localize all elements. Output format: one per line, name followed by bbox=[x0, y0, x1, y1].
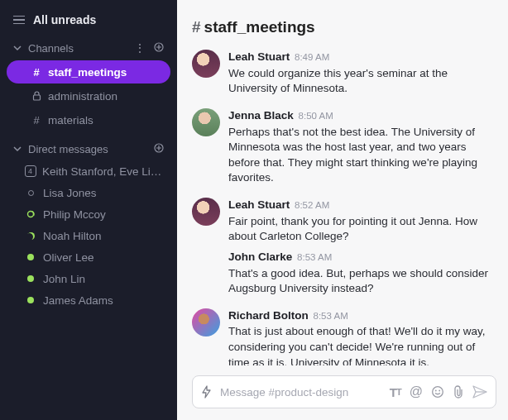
hash-icon: # bbox=[28, 114, 45, 126]
channel-label: staff_meetings bbox=[48, 66, 127, 79]
message-composer[interactable]: TT @ bbox=[192, 375, 496, 408]
hash-icon: # bbox=[28, 66, 45, 79]
message-text: Perhaps that's not the best idea. The Un… bbox=[228, 125, 493, 187]
svg-point-4 bbox=[433, 387, 443, 398]
more-icon[interactable]: ⋮ bbox=[134, 41, 146, 55]
presence-icon bbox=[23, 275, 38, 282]
presence-icon bbox=[23, 210, 38, 218]
message-header: Leah Stuart 8:49 AM bbox=[228, 50, 493, 65]
avatar bbox=[192, 108, 220, 136]
dm-name: Oliver Lee bbox=[43, 251, 94, 264]
message-row: Leah Stuart 8:49 AMWe could organize thi… bbox=[192, 50, 493, 97]
svg-rect-1 bbox=[33, 95, 40, 100]
dm-name: James Adams bbox=[43, 294, 113, 307]
dm-name: Keith Stanford, Eve Libe... bbox=[42, 165, 165, 178]
message-body: John Clarke 8:53 AMThat's a good idea. B… bbox=[228, 250, 493, 297]
message-author: Leah Stuart bbox=[228, 198, 290, 211]
message-body: Leah Stuart 8:49 AMWe could organize thi… bbox=[228, 50, 493, 97]
hash-icon: # bbox=[192, 18, 201, 36]
sidebar-dm-item[interactable]: Noah Hilton bbox=[0, 225, 177, 246]
sidebar-dm-item[interactable]: Lisa Jones bbox=[0, 182, 177, 203]
sidebar-dm-item[interactable]: John Lin bbox=[0, 268, 177, 289]
channels-section-header[interactable]: Channels ⋮ bbox=[0, 36, 177, 60]
channels-label: Channels bbox=[28, 42, 126, 55]
send-icon[interactable] bbox=[472, 385, 487, 399]
message-text: That is just about enough of that! We'll… bbox=[228, 324, 493, 365]
channel-label: administration bbox=[48, 90, 117, 103]
message-row: Leah Stuart 8:52 AMFair point, thank you… bbox=[192, 198, 493, 245]
message-header: Leah Stuart 8:52 AM bbox=[228, 198, 493, 213]
message-time: 8:49 AM bbox=[295, 52, 329, 62]
message-header: John Clarke 8:53 AM bbox=[228, 250, 493, 265]
message-body: Jenna Black 8:50 AMPerhaps that's not th… bbox=[228, 108, 493, 186]
channel-label: materials bbox=[48, 114, 93, 126]
message-text: Fair point, thank you for pointing it ou… bbox=[228, 214, 493, 245]
svg-point-6 bbox=[439, 390, 440, 392]
message-author: Jenna Black bbox=[228, 109, 294, 122]
dm-name: Philip Mccoy bbox=[43, 208, 106, 221]
mention-icon[interactable]: @ bbox=[410, 384, 423, 399]
message-time: 8:53 AM bbox=[297, 252, 332, 262]
all-unreads-header[interactable]: All unreads bbox=[0, 5, 177, 36]
chevron-down-icon bbox=[13, 42, 22, 55]
presence-icon bbox=[23, 254, 38, 260]
sidebar-channel-staff_meetings[interactable]: #staff_meetings bbox=[7, 60, 170, 84]
chevron-down-icon bbox=[13, 143, 22, 155]
message-time: 8:53 AM bbox=[314, 311, 348, 321]
presence-icon bbox=[23, 190, 38, 196]
channel-name: staff_meetings bbox=[204, 18, 315, 36]
dms-section-header[interactable]: Direct messages bbox=[0, 137, 177, 160]
main-panel: # staff_meetings Leah Stuart 8:49 AMWe c… bbox=[177, 0, 508, 420]
emoji-icon[interactable] bbox=[431, 385, 444, 399]
sidebar-dm-item[interactable]: 4Keith Stanford, Eve Libe... bbox=[0, 160, 177, 182]
sidebar-dm-item[interactable]: James Adams bbox=[0, 289, 177, 311]
sidebar-dm-item[interactable]: Philip Mccoy bbox=[0, 203, 177, 225]
add-dm-icon[interactable] bbox=[154, 142, 164, 155]
avatar bbox=[192, 198, 220, 226]
avatar bbox=[192, 308, 220, 336]
formatting-icon[interactable]: TT bbox=[390, 385, 401, 399]
dm-name: Lisa Jones bbox=[43, 187, 97, 199]
message-text: We could organize this year's seminar at… bbox=[228, 66, 493, 97]
dm-name: Noah Hilton bbox=[43, 230, 102, 242]
message-row: John Clarke 8:53 AMThat's a good idea. B… bbox=[192, 250, 493, 297]
message-input[interactable] bbox=[220, 386, 381, 399]
lightning-icon[interactable] bbox=[201, 385, 212, 399]
dm-name: John Lin bbox=[43, 273, 85, 285]
presence-icon bbox=[23, 297, 38, 303]
svg-point-5 bbox=[435, 390, 437, 392]
add-channel-icon[interactable] bbox=[154, 41, 164, 55]
sidebar: All unreads Channels ⋮ #staff_meetingsad… bbox=[0, 0, 177, 420]
message-list: Leah Stuart 8:49 AMWe could organize thi… bbox=[192, 50, 496, 365]
lock-icon bbox=[28, 91, 45, 101]
avatar bbox=[192, 50, 220, 78]
message-row: Jenna Black 8:50 AMPerhaps that's not th… bbox=[192, 108, 493, 186]
sidebar-channel-administration[interactable]: administration bbox=[7, 84, 170, 107]
message-row: Richard Bolton 8:53 AMThat is just about… bbox=[192, 308, 493, 365]
message-time: 8:50 AM bbox=[299, 111, 333, 121]
sidebar-channel-materials[interactable]: #materials bbox=[7, 108, 170, 131]
message-header: Jenna Black 8:50 AM bbox=[228, 108, 493, 124]
message-header: Richard Bolton 8:53 AM bbox=[228, 308, 493, 324]
presence-icon bbox=[23, 232, 38, 240]
attachment-icon[interactable] bbox=[453, 385, 464, 399]
message-author: Richard Bolton bbox=[228, 309, 309, 322]
message-body: Richard Bolton 8:53 AMThat is just about… bbox=[228, 308, 493, 365]
message-text: That's a good idea. But, perhaps we shou… bbox=[228, 266, 493, 297]
sidebar-dm-item[interactable]: Oliver Lee bbox=[0, 246, 177, 268]
message-author: John Clarke bbox=[228, 251, 292, 263]
menu-icon bbox=[13, 16, 25, 25]
message-author: Leah Stuart bbox=[228, 50, 290, 63]
dms-label: Direct messages bbox=[28, 143, 146, 155]
message-body: Leah Stuart 8:52 AMFair point, thank you… bbox=[228, 198, 493, 245]
channel-title: # staff_meetings bbox=[192, 10, 496, 50]
message-time: 8:52 AM bbox=[295, 200, 329, 210]
presence-icon: 4 bbox=[23, 165, 37, 177]
all-unreads-label: All unreads bbox=[33, 13, 96, 26]
